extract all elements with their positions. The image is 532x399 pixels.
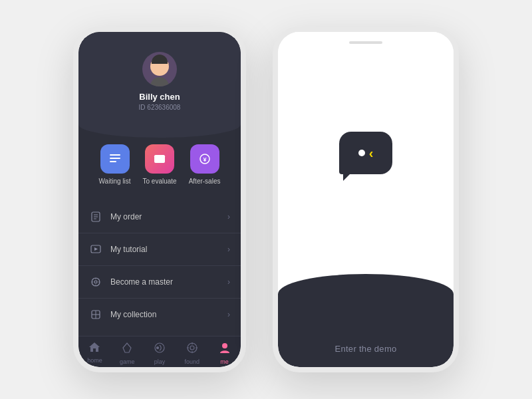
chat-bubble: ‹: [339, 132, 392, 174]
nav-game-label: game: [120, 358, 135, 365]
to-evaluate-icon: [145, 144, 174, 174]
tutorial-chevron: ›: [227, 245, 230, 254]
logo-dot: [358, 150, 365, 156]
svg-marker-21: [89, 342, 100, 352]
master-label: Become a master: [110, 277, 227, 287]
me-icon: [219, 342, 231, 356]
chat-logo: ‹: [339, 129, 392, 177]
collection-icon: [89, 308, 102, 321]
avatar: [142, 52, 177, 86]
app-container: Billy chen ID 623636008 Waiting list: [0, 0, 532, 399]
svg-marker-11: [94, 247, 98, 251]
tutorial-label: My tutorial: [110, 245, 227, 254]
user-name: Billy chen: [139, 92, 180, 102]
collection-chevron: ›: [227, 310, 230, 319]
bottom-nav: home game: [78, 336, 241, 367]
nav-found[interactable]: found: [176, 342, 208, 365]
svg-point-13: [94, 281, 97, 283]
left-phone-screen: Billy chen ID 623636008 Waiting list: [78, 32, 241, 367]
profile-section: Billy chen ID 623636008: [78, 32, 241, 124]
nav-home[interactable]: home: [78, 342, 111, 365]
svg-rect-2: [110, 161, 116, 162]
to-evaluate-label: To evaluate: [143, 178, 177, 185]
right-bottom-section: Enter the demo: [278, 274, 454, 367]
enter-demo-text[interactable]: Enter the demo: [334, 344, 396, 354]
svg-point-25: [190, 346, 194, 350]
master-chevron: ›: [227, 277, 230, 287]
collection-label: My collection: [110, 310, 227, 319]
svg-point-30: [222, 343, 227, 348]
nav-game[interactable]: game: [111, 342, 144, 365]
top-bar: [349, 41, 382, 44]
menu-item-order[interactable]: My order ›: [78, 201, 241, 233]
action-waiting-list[interactable]: Waiting list: [99, 144, 131, 185]
logo-arrow: ‹: [369, 146, 374, 160]
game-icon: [121, 342, 133, 356]
home-icon: [88, 342, 100, 355]
right-phone: ‹ Enter the demo: [273, 27, 459, 372]
tutorial-icon: [89, 243, 102, 256]
svg-point-23: [156, 347, 158, 349]
waiting-list-icon: [100, 144, 130, 174]
nav-play-label: play: [154, 358, 166, 365]
nav-me[interactable]: me: [208, 342, 241, 365]
action-to-evaluate[interactable]: To evaluate: [143, 144, 177, 185]
play-icon: [154, 342, 166, 356]
right-phone-screen: ‹ Enter the demo: [278, 32, 454, 367]
svg-rect-0: [110, 154, 120, 156]
after-sales-label: After-sales: [189, 178, 221, 185]
nav-home-label: home: [87, 357, 102, 364]
nav-found-label: found: [185, 358, 200, 365]
svg-rect-3: [154, 155, 165, 163]
order-icon: [89, 210, 102, 223]
svg-point-24: [188, 343, 197, 352]
after-sales-icon: ¥: [190, 144, 219, 174]
left-phone: Billy chen ID 623636008 Waiting list: [73, 27, 246, 372]
menu-item-collection[interactable]: My collection ›: [78, 299, 241, 331]
order-label: My order: [110, 212, 227, 221]
user-id: ID 623636008: [139, 104, 181, 111]
found-icon: [186, 342, 198, 356]
waiting-list-label: Waiting list: [99, 178, 131, 185]
nav-play[interactable]: play: [144, 342, 176, 365]
svg-rect-1: [110, 158, 120, 159]
nav-me-label: me: [220, 358, 229, 365]
menu-item-master[interactable]: Become a master ›: [78, 266, 241, 299]
menu-item-tutorial[interactable]: My tutorial ›: [78, 233, 241, 266]
svg-text:¥: ¥: [203, 156, 206, 163]
action-after-sales[interactable]: ¥ After-sales: [189, 144, 221, 185]
master-icon: [89, 275, 102, 289]
menu-list: My order › My tutorial ›: [78, 196, 241, 336]
order-chevron: ›: [227, 212, 230, 221]
right-top-section: ‹: [278, 32, 454, 274]
